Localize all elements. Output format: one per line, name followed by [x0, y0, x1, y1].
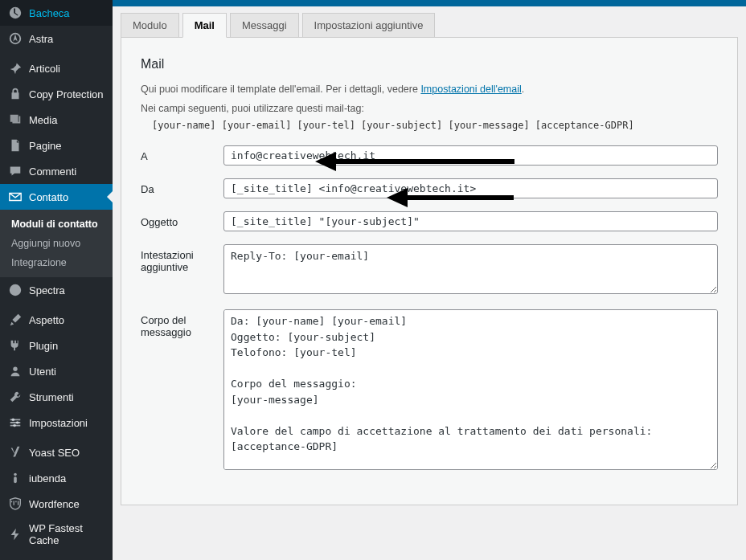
tab-impostazioni-aggiuntive[interactable]: Impostazioni aggiuntive: [302, 13, 436, 38]
input-to[interactable]: [223, 145, 718, 166]
iubenda-icon: [8, 471, 23, 485]
sidebar-item-aspetto[interactable]: Aspetto: [0, 307, 113, 333]
bolt-icon: [8, 527, 23, 542]
row-body: Corpo del messaggio: [141, 309, 718, 472]
label-body: Corpo del messaggio: [141, 309, 217, 338]
sidebar-item-label: Impostazioni: [29, 417, 88, 429]
sidebar-item-label: Bacheca: [29, 7, 70, 19]
mail-heading: Mail: [141, 57, 718, 72]
sidebar-item-label: Spectra: [29, 284, 65, 296]
mail-tags: [your-name] [your-email] [your-tel] [you…: [141, 120, 718, 131]
svg-point-5: [13, 424, 16, 427]
sidebar-item-label: iubenda: [29, 472, 66, 484]
wordfence-icon: [8, 497, 23, 511]
sidebar-item-yoast[interactable]: Yoast SEO: [0, 439, 113, 465]
plug-icon: [8, 338, 23, 353]
submenu-moduli[interactable]: Moduli di contatto: [0, 215, 113, 234]
sidebar-item-label: Plugin: [29, 340, 58, 352]
sidebar-item-label: Yoast SEO: [29, 447, 80, 459]
tab-messaggi[interactable]: Messaggi: [230, 13, 299, 38]
sidebar-item-strumenti[interactable]: Strumenti: [0, 384, 113, 410]
mail-panel: Mail Qui puoi modificare il template del…: [121, 37, 738, 505]
svg-rect-7: [14, 476, 17, 483]
pages-icon: [8, 138, 23, 153]
label-headers: Intestazioni aggiuntive: [141, 244, 217, 273]
users-icon: [8, 364, 23, 378]
sidebar-item-label: Contatto: [29, 191, 68, 203]
svg-point-4: [16, 421, 19, 424]
label-subject: Oggetto: [141, 211, 217, 228]
sidebar-item-impostazioni[interactable]: Impostazioni: [0, 410, 113, 435]
tabs: Modulo Mail Messaggi Impostazioni aggiun…: [121, 13, 738, 38]
mail-icon: [8, 190, 23, 204]
textarea-headers[interactable]: [223, 244, 718, 294]
sidebar-item-label: Articoli: [29, 63, 60, 75]
comments-icon: [8, 164, 23, 178]
label-from: Da: [141, 178, 217, 195]
row-to: A: [141, 145, 718, 166]
lock-icon: [8, 87, 23, 101]
sidebar-item-label: Strumenti: [29, 391, 74, 403]
sidebar-submenu: Moduli di contatto Aggiungi nuovo Integr…: [0, 210, 113, 277]
sidebar-item-media[interactable]: Media: [0, 107, 113, 133]
sidebar-item-articoli[interactable]: Articoli: [0, 55, 113, 81]
sidebar-item-plugin[interactable]: Plugin: [0, 333, 113, 358]
media-icon: [8, 112, 23, 127]
submenu-integrazione[interactable]: Integrazione: [0, 253, 113, 272]
sidebar-item-commenti[interactable]: Commenti: [0, 158, 113, 184]
textarea-body[interactable]: [223, 309, 718, 470]
sidebar-item-label: Utenti: [29, 366, 56, 378]
sidebar-item-copy-protection[interactable]: Copy Protection: [0, 81, 113, 107]
sidebar-item-label: Pagine: [29, 140, 61, 152]
sidebar-item-wpfc[interactable]: WP Fastest Cache: [0, 517, 113, 552]
sidebar-item-pagine[interactable]: Pagine: [0, 133, 113, 158]
sidebar-item-bacheca[interactable]: Bacheca: [0, 0, 113, 26]
sidebar-item-label: Aspetto: [29, 314, 64, 326]
sidebar-item-label: Commenti: [29, 166, 76, 178]
tab-modulo[interactable]: Modulo: [121, 13, 179, 38]
sidebar-item-contatto[interactable]: Contatto: [0, 184, 113, 210]
sidebar-item-wordfence[interactable]: Wordfence: [0, 491, 113, 517]
spectra-icon: [8, 283, 23, 297]
label-to: A: [141, 145, 217, 162]
sidebar-item-label: WP Fastest Cache: [29, 522, 106, 546]
mail-desc-link[interactable]: Impostazioni dell'email: [420, 84, 521, 95]
row-subject: Oggetto: [141, 211, 718, 231]
svg-point-6: [14, 473, 17, 476]
sliders-icon: [8, 415, 23, 430]
svg-point-1: [10, 284, 21, 296]
submenu-aggiungi[interactable]: Aggiungi nuovo: [0, 234, 113, 253]
sidebar-item-label: Copy Protection: [29, 88, 104, 100]
yoast-icon: [8, 445, 23, 460]
row-headers: Intestazioni aggiuntive: [141, 244, 718, 296]
top-bar-fragment: [113, 0, 746, 6]
pin-icon: [8, 61, 23, 76]
dashboard-icon: [8, 6, 23, 20]
sidebar-item-label: Wordfence: [29, 498, 80, 510]
svg-point-2: [13, 367, 17, 371]
brush-icon: [8, 313, 23, 327]
astra-icon: [8, 31, 23, 46]
row-from: Da: [141, 178, 718, 198]
sidebar-item-label: Astra: [29, 33, 53, 45]
mail-desc2: Nei campi seguenti, puoi utilizzare ques…: [141, 100, 718, 116]
svg-point-3: [12, 419, 15, 422]
admin-sidebar: Bacheca Astra Articoli Copy Protection M…: [0, 0, 113, 560]
mail-desc: Qui puoi modificare il template dell'ema…: [141, 81, 718, 97]
sidebar-item-astra[interactable]: Astra: [0, 26, 113, 51]
sidebar-item-label: Media: [29, 114, 57, 126]
main-content: Modulo Mail Messaggi Impostazioni aggiun…: [113, 6, 746, 560]
input-from[interactable]: [223, 178, 718, 198]
sidebar-item-maintenance[interactable]: Maintenance: [0, 552, 113, 560]
wrench-icon: [8, 390, 23, 404]
sidebar-item-utenti[interactable]: Utenti: [0, 358, 113, 384]
sidebar-item-iubenda[interactable]: iubenda: [0, 465, 113, 491]
input-subject[interactable]: [223, 211, 718, 231]
tab-mail[interactable]: Mail: [182, 13, 227, 38]
sidebar-item-spectra[interactable]: Spectra: [0, 277, 113, 303]
